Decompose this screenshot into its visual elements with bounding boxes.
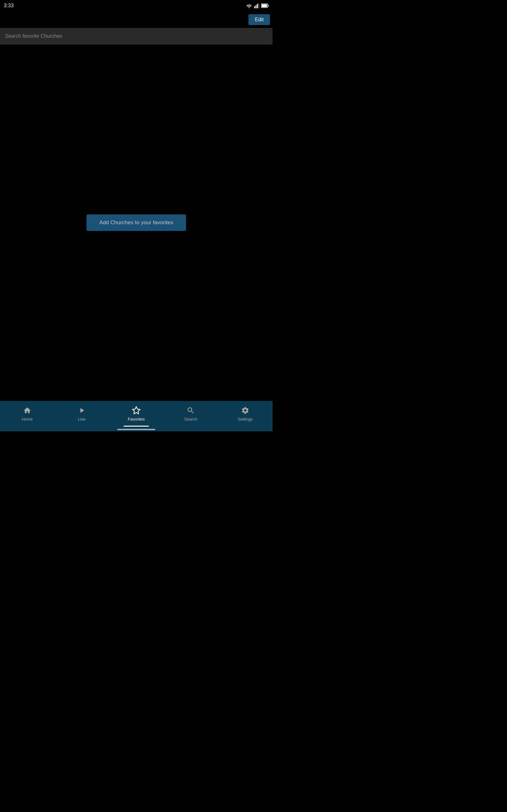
status-time: 3:33 xyxy=(4,3,14,9)
search-input[interactable] xyxy=(5,33,268,39)
nav-label-settings: Settings xyxy=(238,417,253,421)
nav-label-live: Live xyxy=(78,417,86,421)
home-indicator xyxy=(117,429,155,430)
svg-rect-1 xyxy=(256,5,257,8)
status-icons xyxy=(246,3,269,8)
settings-icon xyxy=(241,406,250,415)
svg-rect-6 xyxy=(262,4,267,7)
svg-rect-3 xyxy=(259,3,260,8)
favorites-icon xyxy=(132,406,141,415)
live-icon xyxy=(77,406,86,415)
svg-rect-5 xyxy=(268,5,269,7)
nav-item-settings[interactable]: Settings xyxy=(218,406,273,421)
status-bar: 3:33 xyxy=(0,0,273,11)
add-favorites-button[interactable]: Add Churches to your favorites xyxy=(87,214,186,231)
bottom-nav: Home Live Favorites Search xyxy=(0,401,273,432)
svg-rect-0 xyxy=(254,6,255,8)
search-icon xyxy=(186,406,195,415)
home-icon xyxy=(23,406,32,415)
signal-icon xyxy=(254,3,259,8)
main-content: Add Churches to your favorites xyxy=(0,44,273,401)
nav-label-favorites: Favorites xyxy=(128,417,145,421)
nav-item-favorites[interactable]: Favorites xyxy=(109,406,164,421)
search-bar[interactable] xyxy=(0,28,273,44)
battery-icon xyxy=(261,3,269,8)
nav-item-home[interactable]: Home xyxy=(0,406,55,421)
svg-marker-7 xyxy=(132,407,140,414)
nav-item-live[interactable]: Live xyxy=(55,406,109,421)
svg-rect-2 xyxy=(257,4,258,8)
nav-label-home: Home xyxy=(22,417,33,421)
nav-item-search[interactable]: Search xyxy=(164,406,218,421)
nav-label-search: Search xyxy=(184,417,197,421)
edit-bar: Edit xyxy=(0,11,273,28)
edit-button[interactable]: Edit xyxy=(248,14,270,25)
wifi-icon xyxy=(246,3,252,8)
